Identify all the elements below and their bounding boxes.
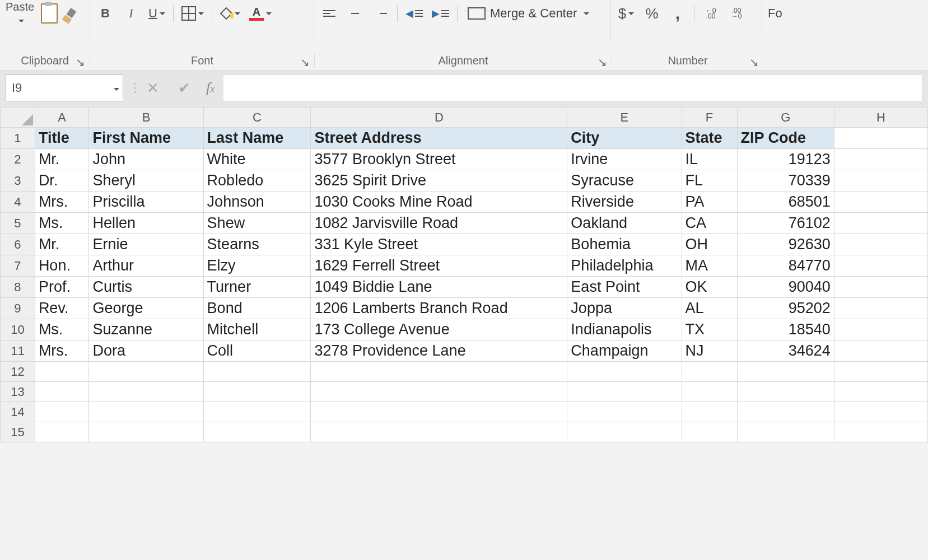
cell-first[interactable]: Arthur <box>89 255 203 277</box>
cell-zip[interactable]: 84770 <box>737 255 834 277</box>
row-header-5[interactable]: 5 <box>1 213 35 234</box>
cell[interactable] <box>89 382 203 402</box>
cell[interactable] <box>682 382 737 402</box>
cell-street[interactable]: 1206 Lamberts Branch Road <box>311 298 567 319</box>
cell-state[interactable]: AL <box>682 298 737 319</box>
row-header-12[interactable]: 12 <box>1 362 35 382</box>
cell-city[interactable]: Champaign <box>567 340 682 362</box>
cell[interactable] <box>311 402 567 422</box>
currency-button[interactable]: $ <box>617 4 636 23</box>
cell-zip[interactable]: 70339 <box>737 170 834 192</box>
cell-title[interactable]: Mr. <box>35 234 89 255</box>
fx-icon[interactable]: fx <box>206 80 214 96</box>
align-center-button[interactable] <box>346 4 365 23</box>
cell[interactable] <box>834 192 927 213</box>
cancel-button[interactable]: ✕ <box>143 78 162 97</box>
cell-street[interactable]: 1629 Ferrell Street <box>311 255 567 277</box>
row-header-9[interactable]: 9 <box>1 298 35 319</box>
clipboard-launcher-icon[interactable]: ↘ <box>76 55 85 69</box>
cell[interactable] <box>89 362 203 382</box>
cell[interactable] <box>203 402 311 422</box>
cell-zip[interactable]: 76102 <box>737 213 834 234</box>
name-box[interactable]: I9 <box>6 74 123 101</box>
cell[interactable] <box>737 362 834 382</box>
cell[interactable] <box>35 422 89 442</box>
cell[interactable] <box>35 362 89 382</box>
header-cell[interactable]: Street Address <box>311 128 567 149</box>
cell-title[interactable]: Ms. <box>35 319 89 340</box>
cell[interactable] <box>35 382 89 402</box>
header-cell[interactable]: First Name <box>89 128 203 149</box>
row-header-7[interactable]: 7 <box>1 255 35 277</box>
cell-first[interactable]: Dora <box>89 340 203 362</box>
fill-color-button[interactable] <box>219 4 241 23</box>
row-header-3[interactable]: 3 <box>1 170 35 192</box>
cell-street[interactable]: 3278 Providence Lane <box>311 340 567 362</box>
cell[interactable] <box>567 362 682 382</box>
cell-street[interactable]: 3577 Brooklyn Street <box>311 149 567 170</box>
header-cell[interactable]: ZIP Code <box>737 128 834 149</box>
cell-zip[interactable]: 92630 <box>737 234 834 255</box>
comma-style-button[interactable]: , <box>668 4 687 23</box>
cell[interactable] <box>35 402 89 422</box>
decrease-indent-button[interactable]: ◀ <box>404 4 424 23</box>
cell-first[interactable]: Suzanne <box>89 319 203 340</box>
cell[interactable] <box>89 402 203 422</box>
cell[interactable] <box>834 128 927 149</box>
col-header-G[interactable]: G <box>737 108 834 128</box>
cell-first[interactable]: Priscilla <box>89 192 203 213</box>
select-all-corner[interactable] <box>1 108 35 128</box>
cell-zip[interactable]: 90040 <box>737 277 834 298</box>
cell-last[interactable]: Elzy <box>203 255 311 277</box>
increase-decimal-button[interactable]: ←0.00 <box>701 4 720 23</box>
cell-street[interactable]: 173 College Avenue <box>311 319 567 340</box>
cell-state[interactable]: NJ <box>682 340 737 362</box>
align-left-button[interactable] <box>320 4 339 23</box>
cell[interactable] <box>834 298 927 319</box>
row-header-2[interactable]: 2 <box>1 149 35 170</box>
cell-state[interactable]: OH <box>682 234 737 255</box>
cell[interactable] <box>834 149 927 170</box>
cell[interactable] <box>834 362 927 382</box>
row-header-13[interactable]: 13 <box>1 382 35 402</box>
row-header-1[interactable]: 1 <box>1 128 35 149</box>
header-cell[interactable]: Title <box>35 128 89 149</box>
chevron-down-icon[interactable] <box>111 81 119 95</box>
cell[interactable] <box>682 422 737 442</box>
col-header-C[interactable]: C <box>203 108 311 128</box>
row-header-11[interactable]: 11 <box>1 340 35 362</box>
header-cell[interactable]: State <box>682 128 737 149</box>
col-header-D[interactable]: D <box>311 108 567 128</box>
cell[interactable] <box>203 422 311 442</box>
cell[interactable] <box>834 382 927 402</box>
cell[interactable] <box>311 382 567 402</box>
sheet-table[interactable]: A B C D E F G H 1TitleFirst NameLast Nam… <box>0 107 928 442</box>
cell[interactable] <box>834 213 927 234</box>
header-cell[interactable]: City <box>567 128 682 149</box>
cell[interactable] <box>737 422 834 442</box>
font-launcher-icon[interactable]: ↘ <box>300 55 310 69</box>
cell-state[interactable]: MA <box>682 255 737 277</box>
cell-street[interactable]: 1030 Cooks Mine Road <box>311 192 567 213</box>
cell[interactable] <box>311 422 567 442</box>
cell-zip[interactable]: 19123 <box>737 149 834 170</box>
cell[interactable] <box>834 234 927 255</box>
cell[interactable] <box>203 382 311 402</box>
col-header-A[interactable]: A <box>35 108 89 128</box>
cell-last[interactable]: Johnson <box>203 192 311 213</box>
cell[interactable] <box>834 255 927 277</box>
cell-state[interactable]: TX <box>682 319 737 340</box>
cell[interactable] <box>89 422 203 442</box>
format-painter-icon[interactable] <box>61 7 78 25</box>
cell-first[interactable]: Ernie <box>89 234 203 255</box>
cell[interactable] <box>567 382 682 402</box>
cell[interactable] <box>311 362 567 382</box>
row-header-15[interactable]: 15 <box>1 422 35 442</box>
cell-title[interactable]: Dr. <box>35 170 89 192</box>
enter-button[interactable]: ✔ <box>175 78 194 97</box>
row-header-8[interactable]: 8 <box>1 277 35 298</box>
cell-title[interactable]: Rev. <box>35 298 89 319</box>
merge-center-button[interactable]: Merge & Center <box>464 4 593 23</box>
cell-state[interactable]: OK <box>682 277 737 298</box>
cell[interactable] <box>682 402 737 422</box>
